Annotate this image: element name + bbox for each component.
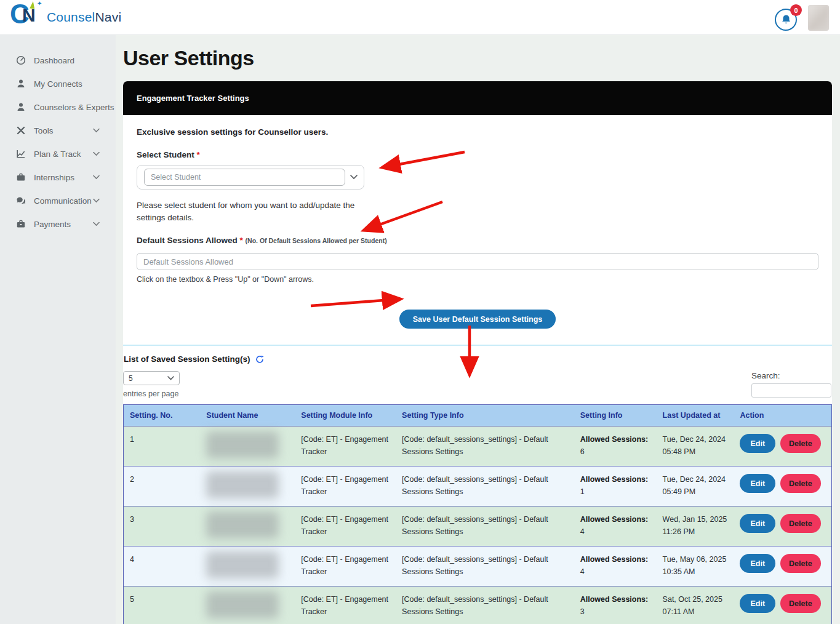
avatar[interactable] bbox=[808, 5, 829, 31]
student-name-redacted bbox=[206, 511, 279, 538]
cell-setting-info: Allowed Sessions: 1 bbox=[574, 466, 657, 506]
sidebar-item-my-connects[interactable]: My Connects bbox=[0, 72, 116, 95]
cell-last-updated: Tue, Dec 24, 202405:48 PM bbox=[657, 426, 734, 466]
cell-setting-no: 4 bbox=[124, 546, 201, 586]
delete-button[interactable]: Delete bbox=[780, 514, 821, 533]
main-content: User Settings Engagement Tracker Setting… bbox=[116, 35, 840, 624]
sidebar-item-internships[interactable]: Internships bbox=[0, 166, 116, 189]
chevron-down-icon bbox=[93, 222, 100, 226]
tools-icon bbox=[16, 126, 26, 135]
delete-button[interactable]: Delete bbox=[780, 434, 821, 453]
cell-last-updated: Tue, Dec 24, 202405:49 PM bbox=[657, 466, 734, 506]
list-header: List of Saved Session Setting(s) bbox=[123, 354, 832, 364]
col-last-updated: Last Updated at bbox=[657, 405, 734, 426]
cell-type-info: [Code: default_sessions_settings] - Defa… bbox=[396, 506, 574, 546]
default-sessions-input[interactable] bbox=[137, 253, 818, 270]
cell-module-info: [Code: ET] - Engagement Tracker bbox=[295, 426, 396, 466]
sidebar-item-dashboard[interactable]: Dashboard bbox=[0, 49, 116, 72]
cell-student-name bbox=[200, 506, 295, 546]
delete-button[interactable]: Delete bbox=[780, 594, 821, 613]
col-setting-info: Setting Info bbox=[574, 405, 657, 426]
cell-actions: EditDelete bbox=[734, 546, 831, 586]
top-header: C N ✦ CounselNavi 0 bbox=[0, 0, 840, 35]
cell-type-info: [Code: default_sessions_settings] - Defa… bbox=[396, 546, 574, 586]
col-setting-module-info: Setting Module Info bbox=[295, 405, 396, 426]
cell-student-name bbox=[200, 466, 295, 506]
entries-per-page-select[interactable]: 5 bbox=[123, 371, 180, 385]
chevron-down-icon bbox=[167, 376, 174, 380]
engagement-settings-card: Engagement Tracker Settings Exclusive se… bbox=[123, 81, 832, 345]
wallet-icon bbox=[16, 219, 26, 229]
sparkle-icon: ✦ bbox=[37, 0, 42, 7]
brand-logo[interactable]: C N ✦ CounselNavi bbox=[10, 2, 121, 32]
edit-button[interactable]: Edit bbox=[740, 514, 775, 533]
save-button[interactable]: Save User Default Session Settings bbox=[399, 310, 556, 329]
sidebar-item-counselors-experts[interactable]: Counselors & Experts bbox=[0, 95, 116, 119]
refresh-icon[interactable] bbox=[255, 355, 264, 364]
sidebar-item-payments[interactable]: Payments bbox=[0, 212, 116, 236]
edit-button[interactable]: Edit bbox=[740, 594, 775, 613]
sidebar-item-plan-track[interactable]: Plan & Track bbox=[0, 142, 116, 166]
table-row: 4 [Code: ET] - Engagement Tracker [Code:… bbox=[124, 546, 832, 586]
sidebar-item-tools[interactable]: Tools bbox=[0, 119, 116, 142]
cell-setting-info: Allowed Sessions: 3 bbox=[574, 586, 657, 624]
edit-button[interactable]: Edit bbox=[740, 474, 775, 493]
cell-setting-info: Allowed Sessions: 6 bbox=[574, 426, 657, 466]
col-setting-no: Setting. No. bbox=[124, 405, 201, 426]
cell-student-name bbox=[200, 586, 295, 624]
student-name-redacted bbox=[206, 431, 279, 458]
default-sessions-hint: (No. Of Default Sessions Allowed per Stu… bbox=[246, 237, 387, 244]
table-row: 5 [Code: ET] - Engagement Tracker [Code:… bbox=[124, 586, 832, 624]
table-head: Setting. No. Student Name Setting Module… bbox=[124, 405, 832, 426]
chat-icon bbox=[16, 196, 26, 206]
page-title: User Settings bbox=[123, 46, 832, 70]
search-label: Search: bbox=[751, 371, 831, 380]
notifications-button[interactable]: 0 bbox=[775, 9, 797, 31]
col-setting-type-info: Setting Type Info bbox=[396, 405, 574, 426]
delete-button[interactable]: Delete bbox=[780, 554, 821, 573]
sidebar-item-label: Dashboard bbox=[34, 56, 74, 65]
intro-text: Exclusive session settings for Counsello… bbox=[137, 127, 818, 137]
cell-type-info: [Code: default_sessions_settings] - Defa… bbox=[396, 586, 574, 624]
list-controls: 5 entries per page Search: bbox=[123, 371, 832, 398]
avatar-blurred-photo bbox=[808, 5, 829, 31]
search-area: Search: bbox=[751, 371, 832, 398]
cell-last-updated: Wed, Jan 15, 202511:26 PM bbox=[657, 506, 734, 546]
cell-type-info: [Code: default_sessions_settings] - Defa… bbox=[396, 466, 574, 506]
cell-module-info: [Code: ET] - Engagement Tracker bbox=[295, 546, 396, 586]
search-input[interactable] bbox=[751, 383, 831, 398]
chevron-down-icon bbox=[93, 152, 100, 156]
gauge-icon bbox=[16, 55, 26, 65]
brand-logo-mark: C N ✦ bbox=[10, 2, 42, 32]
briefcase-icon bbox=[16, 172, 26, 182]
cell-setting-no: 3 bbox=[124, 506, 201, 546]
edit-button[interactable]: Edit bbox=[740, 434, 775, 453]
select-student-label: Select Student * bbox=[137, 150, 818, 159]
cell-actions: EditDelete bbox=[734, 586, 831, 624]
table-body: 1 [Code: ET] - Engagement Tracker [Code:… bbox=[124, 426, 832, 624]
header-actions: 0 bbox=[775, 5, 829, 31]
cell-actions: EditDelete bbox=[734, 426, 831, 466]
cell-module-info: [Code: ET] - Engagement Tracker bbox=[295, 506, 396, 546]
save-button-row: Save User Default Session Settings bbox=[137, 310, 818, 329]
cell-student-name bbox=[200, 426, 295, 466]
student-name-redacted bbox=[206, 471, 279, 498]
cell-module-info: [Code: ET] - Engagement Tracker bbox=[295, 466, 396, 506]
cell-student-name bbox=[200, 546, 295, 586]
card-header-title: Engagement Tracker Settings bbox=[123, 81, 832, 115]
delete-button[interactable]: Delete bbox=[780, 474, 821, 493]
entries-per-page-value: 5 bbox=[129, 374, 133, 383]
cell-setting-info: Allowed Sessions: 4 bbox=[574, 506, 657, 546]
person-icon bbox=[16, 102, 26, 112]
table-row: 3 [Code: ET] - Engagement Tracker [Code:… bbox=[124, 506, 832, 546]
chevron-down-icon bbox=[350, 175, 358, 180]
edit-button[interactable]: Edit bbox=[740, 554, 775, 573]
settings-table: Setting. No. Student Name Setting Module… bbox=[123, 404, 832, 624]
cell-actions: EditDelete bbox=[734, 506, 831, 546]
sidebar-item-communication[interactable]: Communication bbox=[0, 189, 116, 212]
entries-per-page-label: entries per page bbox=[123, 390, 180, 398]
student-select[interactable]: Select Student bbox=[137, 165, 364, 190]
notification-badge: 0 bbox=[790, 4, 802, 16]
cell-type-info: [Code: default_sessions_settings] - Defa… bbox=[396, 426, 574, 466]
sidebar: Dashboard My Connects Counselors & Exper… bbox=[0, 35, 116, 624]
